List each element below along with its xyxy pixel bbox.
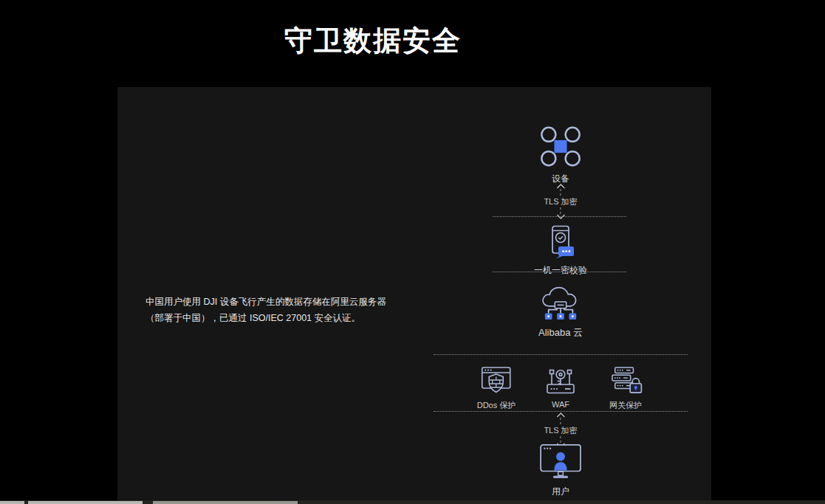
waf-protection: WAF — [544, 366, 577, 409]
phone-check-icon — [546, 225, 575, 259]
taskbar-edge — [0, 500, 825, 504]
verify-node: 一机一密校验 — [534, 225, 587, 277]
taskbar-segment — [28, 501, 143, 504]
content-panel: 中国用户使用 DJI 设备飞行产生的数据存储在阿里云服务器 （部署于中国），已通… — [117, 87, 711, 504]
dashed-line — [560, 189, 561, 196]
arrow-up-icon — [556, 412, 565, 418]
tls-link-cloud-user: TLS 加密 — [544, 412, 577, 448]
verify-label: 一机一密校验 — [534, 264, 587, 277]
gateway-label: 网关保护 — [609, 400, 642, 411]
cloud-label: Alibaba 云 — [538, 326, 583, 339]
taskbar-segment — [0, 501, 24, 504]
gateway-protection: 网关保护 — [609, 366, 643, 411]
tls-label: TLS 加密 — [544, 425, 577, 435]
separator-dotted-line — [493, 216, 626, 217]
description-text: 中国用户使用 DJI 设备飞行产生的数据存储在阿里云服务器 （部署于中国），已通… — [146, 294, 397, 326]
user-label: 用户 — [552, 486, 569, 498]
device-node: 设备 — [540, 125, 582, 185]
page-title: 守卫数据安全 — [0, 22, 746, 60]
cloud-servers-icon — [538, 284, 583, 321]
ddos-label: DDos 保护 — [477, 400, 516, 411]
description-line-1: 中国用户使用 DJI 设备飞行产生的数据存储在阿里云服务器 — [146, 294, 397, 310]
arrow-up-icon — [556, 184, 565, 189]
tls-link-device-cloud: TLS 加密 — [544, 184, 577, 219]
dashed-line — [560, 418, 561, 424]
monitor-user-icon — [539, 443, 582, 480]
ddos-protection: DDos 保护 — [477, 366, 516, 411]
drone-icon — [540, 125, 582, 168]
security-section: 守卫数据安全 中国用户使用 DJI 设备飞行产生的数据存储在阿里云服务器 （部署… — [0, 0, 825, 504]
taskbar-segment — [153, 501, 298, 504]
server-lock-icon — [609, 366, 643, 394]
separator-dotted-line — [434, 411, 688, 412]
separator-dotted-line — [493, 272, 626, 272]
description-line-2: （部署于中国），已通过 ISO/IEC 27001 安全认证。 — [146, 310, 397, 326]
user-node: 用户 — [539, 443, 582, 498]
firewall-key-icon — [544, 366, 577, 394]
dashed-line — [560, 436, 561, 443]
tls-label: TLS 加密 — [544, 196, 577, 207]
browser-shield-icon — [480, 366, 513, 394]
dashed-line — [560, 207, 561, 214]
separator-dotted-line — [434, 354, 688, 355]
waf-label: WAF — [552, 400, 569, 409]
cloud-node: Alibaba 云 — [538, 284, 583, 339]
